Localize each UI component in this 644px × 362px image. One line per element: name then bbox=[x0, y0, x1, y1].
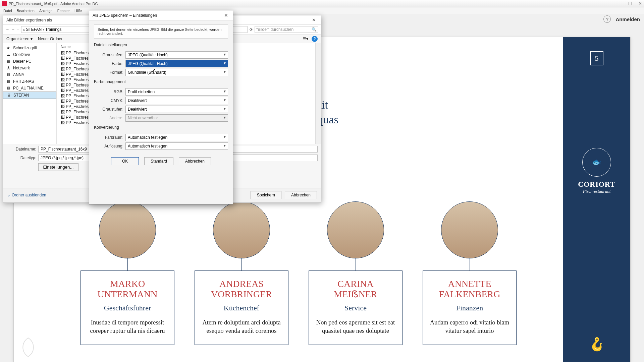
menu-hilfe[interactable]: Hilfe bbox=[74, 9, 82, 13]
team-card: ANDREAS VORBRINGER Küchenchef Atem re do… bbox=[195, 201, 288, 345]
colorspace-select[interactable]: Automatisch festlegen▼ bbox=[125, 134, 228, 141]
team-card: MARKO UNTERMANN Geschäftsführer Inusdae … bbox=[80, 201, 174, 345]
rgb-select[interactable]: Profil einbetten▼ bbox=[125, 88, 228, 96]
cancel-button[interactable]: Abbrechen bbox=[179, 157, 211, 165]
menu-datei[interactable]: Datei bbox=[3, 9, 12, 13]
save-button[interactable]: Speichern bbox=[251, 191, 281, 199]
folder-toggle[interactable]: ⌄Ordner ausblenden bbox=[7, 193, 46, 197]
scrollbar[interactable] bbox=[315, 43, 321, 144]
nav-up-icon[interactable]: ↑ bbox=[17, 27, 19, 32]
grayscale2-select[interactable]: Deaktiviert▼ bbox=[125, 106, 228, 113]
chevron-down-icon: ▼ bbox=[223, 144, 226, 147]
maximize-button[interactable]: ☐ bbox=[628, 1, 632, 6]
brand-logo: 🐟 CORIORT Fischrestaurant bbox=[578, 148, 615, 194]
view-mode-icon[interactable]: ☰▾ bbox=[303, 37, 308, 41]
avatar bbox=[327, 201, 384, 258]
tree-node[interactable]: 🖥ANNA bbox=[3, 71, 56, 78]
team-card: CARINA MEIẞNER Service Non ped eos aperu… bbox=[309, 201, 402, 345]
person-role: Geschäftsführer bbox=[87, 304, 168, 312]
folder-icon: 🖥 bbox=[6, 72, 11, 77]
refresh-icon[interactable]: ⟳ bbox=[250, 27, 253, 32]
folder-tree[interactable]: ★Schnellzugriff☁OneDrive🖥Dieser PC🖧Netzw… bbox=[3, 43, 57, 144]
folder-icon: 🖥 bbox=[6, 79, 11, 84]
brand-subtitle: Fischrestaurant bbox=[583, 189, 611, 194]
minimize-button[interactable]: — bbox=[618, 1, 622, 6]
login-link[interactable]: Anmelden bbox=[615, 16, 640, 22]
chevron-down-icon: ▼ bbox=[223, 135, 226, 139]
person-role: Service bbox=[315, 304, 396, 312]
close-icon[interactable]: ✕ bbox=[223, 13, 229, 18]
person-blurb: Inusdae di tempore mporessit coreper rup… bbox=[87, 318, 168, 335]
window-controls: — ☐ ✕ bbox=[618, 1, 642, 6]
cmyk-select[interactable]: Deaktiviert▼ bbox=[125, 97, 228, 104]
settings-title: Als JPEG speichern – Einstellungen bbox=[93, 13, 157, 18]
group-convert: Konvertierung bbox=[94, 125, 119, 131]
avatar bbox=[441, 201, 498, 258]
person-blurb: Non ped eos aperume sit est eat quasitet… bbox=[315, 318, 396, 335]
brand-divider bbox=[597, 68, 597, 362]
folder-icon: ☁ bbox=[6, 52, 11, 57]
folder-icon: 🖥 bbox=[6, 86, 11, 90]
watermark-icon bbox=[16, 336, 40, 359]
ok-button[interactable]: OK bbox=[111, 157, 139, 165]
person-blurb: Audam eaperro odi vitatio blam vitatur s… bbox=[429, 318, 510, 335]
group-file: Dateieinstellungen bbox=[94, 43, 127, 49]
tree-node[interactable]: 🖥FRITZ-NAS bbox=[3, 78, 56, 85]
nav-back-icon[interactable]: ← bbox=[6, 27, 9, 32]
menu-bearbeiten[interactable]: Bearbeiten bbox=[17, 9, 35, 13]
chevron-down-icon: ▼ bbox=[223, 53, 226, 56]
acrobat-icon bbox=[2, 1, 7, 6]
folder-icon: 🖥 bbox=[7, 93, 11, 98]
nav-fwd-icon[interactable]: → bbox=[11, 27, 15, 32]
format-select[interactable]: Grundlinie (Standard)▼ bbox=[125, 69, 228, 76]
person-name: ANDREAS VORBRINGER bbox=[201, 279, 282, 300]
tree-node[interactable]: 🖧Netzwerk bbox=[3, 65, 56, 71]
close-icon[interactable]: ✕ bbox=[310, 17, 318, 22]
jpeg-settings-dialog: Als JPEG speichern – Einstellungen ✕ Sei… bbox=[89, 10, 233, 204]
chevron-down-icon: ⌄ bbox=[7, 193, 10, 197]
filename-label: Dateiname: bbox=[6, 147, 38, 152]
search-icon[interactable]: 🔍 bbox=[312, 27, 317, 32]
resolution-select[interactable]: Automatisch festlegen▼ bbox=[125, 142, 228, 150]
person-blurb: Atem re doluptium arci dolupta esequo ve… bbox=[201, 318, 282, 335]
cursor-icon bbox=[152, 67, 156, 73]
hook-icon: 🪝 bbox=[589, 337, 605, 352]
menu-anzeige[interactable]: Anzeige bbox=[39, 9, 53, 13]
brand-strip: 5 🐟 CORIORT Fischrestaurant 🪝 bbox=[563, 37, 630, 362]
person-name: CARINA MEIẞNER bbox=[315, 279, 396, 300]
person-name: MARKO UNTERMANN bbox=[87, 279, 168, 300]
grayscale-select[interactable]: JPEG (Qualität: Hoch)▼ bbox=[125, 51, 228, 59]
brand-name: CORIORT bbox=[578, 180, 615, 189]
tree-node[interactable]: 🖥Dieser PC bbox=[3, 58, 56, 65]
tree-node[interactable]: 🖥STEFAN bbox=[3, 92, 56, 99]
help-icon[interactable]: ? bbox=[312, 36, 318, 42]
menu-fenster[interactable]: Fenster bbox=[57, 9, 70, 13]
fish-icon: 🐟 bbox=[582, 148, 611, 177]
tree-node[interactable]: ☁OneDrive bbox=[3, 51, 56, 58]
standard-button[interactable]: Standard bbox=[144, 157, 173, 165]
saveas-title: Alle Bilder exportieren als bbox=[6, 18, 52, 22]
person-role: Küchenchef bbox=[201, 304, 282, 312]
settings-button[interactable]: Einstellungen... bbox=[38, 163, 78, 171]
search-input[interactable]: "Bilder" durchsuchen 🔍 bbox=[255, 26, 318, 33]
folder-icon: 🖧 bbox=[6, 66, 11, 70]
new-folder-button[interactable]: Neuer Ordner bbox=[38, 37, 62, 41]
avatar bbox=[99, 201, 156, 258]
group-color: Farbmanagement bbox=[94, 79, 126, 85]
window-title: PP_Fischrestaurant_16x9.pdf - Adobe Acro… bbox=[9, 2, 98, 6]
tree-node[interactable]: 🖥PC_AUFNAHME bbox=[3, 85, 56, 92]
team-cards: MARKO UNTERMANN Geschäftsführer Inusdae … bbox=[54, 201, 543, 345]
color-select[interactable]: JPEG (Qualität: Hoch)▼ bbox=[125, 60, 228, 67]
filetype-label: Dateityp: bbox=[6, 156, 38, 160]
chevron-down-icon: ▼ bbox=[223, 61, 226, 65]
organize-menu[interactable]: Organisieren ▾ bbox=[6, 37, 33, 41]
avatar bbox=[213, 201, 270, 258]
chevron-down-icon: ▼ bbox=[223, 116, 226, 119]
close-button[interactable]: ✕ bbox=[638, 1, 642, 6]
cancel-button[interactable]: Abbrechen bbox=[285, 191, 317, 199]
folder-icon: ★ bbox=[6, 46, 11, 50]
help-icon[interactable]: ? bbox=[603, 15, 611, 23]
chevron-down-icon: ▼ bbox=[223, 89, 226, 93]
tree-node[interactable]: ★Schnellzugriff bbox=[3, 45, 56, 51]
person-role: Finanzen bbox=[429, 304, 510, 312]
